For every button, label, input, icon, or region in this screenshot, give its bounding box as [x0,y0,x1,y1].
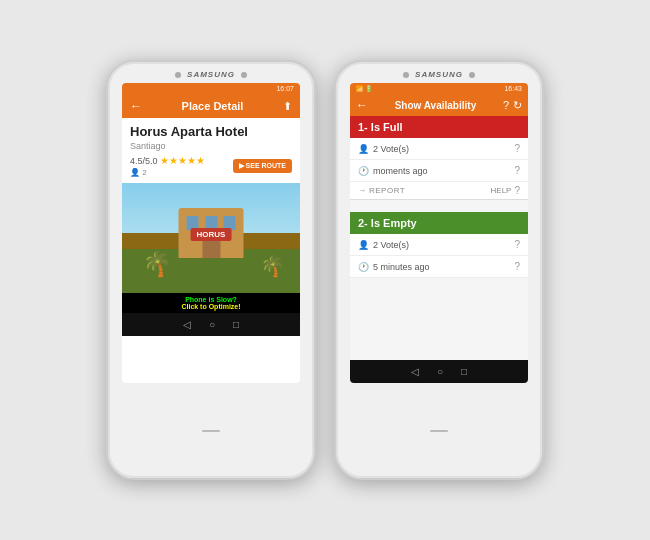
speaker-dot [241,72,247,78]
vote-row-empty: 👤 2 Vote(s) ? [350,234,528,256]
vote-q-empty[interactable]: ? [514,239,520,250]
time-full: moments ago [373,166,428,176]
hotel-rating-row: 4.5/5.0 ★★★★★ 👤 2 ▶ SEE ROUTE [130,155,292,177]
rating-text: 4.5/5.0 ★★★★★ [130,155,205,166]
clock-icon-empty: 🕐 [358,262,369,272]
phone-2-screen: 📶 🔋 16:43 ← Show Availability ? ↻ 1- [350,83,528,383]
nav-bar-2: ◁ ○ □ [350,360,528,383]
section-gap [350,204,528,212]
phone-2: SAMSUNG 📶 🔋 16:43 ← Show Availability ? … [334,60,544,480]
nav-bar-1: ◁ ○ □ [122,313,300,336]
hotel-sign: HORUS [191,228,232,241]
status-bar-1: 16:07 [122,83,300,94]
samsung-logo-2: SAMSUNG [415,70,463,79]
status-left: 📶 🔋 [356,85,372,92]
palm-right: 🌴 [260,254,285,278]
status-right: 16:43 [504,85,522,92]
app-bar-2: ← Show Availability ? ↻ [350,94,528,116]
phones-container: SAMSUNG 16:07 ← Place Detail ⬆ Horus Apa… [106,60,544,480]
time-left-empty: 🕐 5 minutes ago [358,262,430,272]
time-row-empty: 🕐 5 minutes ago ? [350,256,528,278]
ad-bar[interactable]: Phone is Slow? Click to Optimize! [122,293,300,313]
user-icon-full: 👤 [358,144,369,154]
phone-1-top: SAMSUNG [108,62,314,83]
status-time-1: 16:07 [276,85,294,92]
place-detail-title: Place Detail [182,100,244,112]
votes-full: 2 Vote(s) [373,144,409,154]
bottom-bar-line [202,430,220,432]
rating-left: 4.5/5.0 ★★★★★ 👤 2 [130,155,205,177]
time-row-full: 🕐 moments ago ? [350,160,528,182]
report-row: → REPORT HELP ? [350,182,528,200]
phone-1-screen: 16:07 ← Place Detail ⬆ Horus Aparta Hote… [122,83,300,383]
status-bar-2: 📶 🔋 16:43 [350,83,528,94]
status-time-2: 16:43 [504,85,522,92]
phone-2-top: SAMSUNG [336,62,542,83]
door [202,238,220,258]
help-label[interactable]: HELP [491,186,512,195]
camera-icon-2 [403,72,409,78]
back-nav-1[interactable]: ◁ [183,319,191,330]
section-header-empty: 2- Is Empty [350,212,528,234]
palm-left: 🌴 [142,250,172,278]
ad-text-1: Phone is Slow? [128,296,294,303]
availability-title: Show Availability [368,100,503,111]
report-arrow: → [358,186,366,195]
help-q[interactable]: ? [514,185,520,196]
user-icon-empty: 👤 [358,240,369,250]
vote-q-full[interactable]: ? [514,143,520,154]
person-icon: 👤 2 [130,168,205,177]
share-icon-1[interactable]: ⬆ [283,100,292,113]
phone-1: SAMSUNG 16:07 ← Place Detail ⬆ Horus Apa… [106,60,316,480]
section-header-full: 1- Is Full [350,116,528,138]
camera-icon [175,72,181,78]
time-q-full[interactable]: ? [514,165,520,176]
vote-left-empty: 👤 2 Vote(s) [358,240,409,250]
time-left-full: 🕐 moments ago [358,166,428,176]
report-label[interactable]: REPORT [369,186,405,195]
recent-nav-1[interactable]: □ [233,319,239,330]
phone-2-bottom [430,383,448,478]
report-left: → REPORT [358,186,405,195]
phone-1-bottom [202,383,220,478]
section-is-full: 1- Is Full 👤 2 Vote(s) ? 🕐 moments ago [350,116,528,200]
hotel-name: Horus Aparta Hotel [130,124,292,140]
availability-content: 1- Is Full 👤 2 Vote(s) ? 🕐 moments ago [350,116,528,360]
see-route-button[interactable]: ▶ SEE ROUTE [233,159,292,173]
vote-row-full: 👤 2 Vote(s) ? [350,138,528,160]
help-right: HELP ? [491,185,520,196]
back-nav-2[interactable]: ◁ [411,366,419,377]
recent-nav-2[interactable]: □ [461,366,467,377]
hotel-image: HORUS 🌴 🌴 [122,183,300,293]
app-bar-2-icons: ? ↻ [503,99,522,112]
votes-empty: 2 Vote(s) [373,240,409,250]
samsung-logo-1: SAMSUNG [187,70,235,79]
clock-icon-full: 🕐 [358,166,369,176]
status-icons: 📶 🔋 [356,85,372,92]
ad-text-2: Click to Optimize! [128,303,294,310]
back-icon-1[interactable]: ← [130,99,142,113]
app-bar-1: ← Place Detail ⬆ [122,94,300,118]
vote-left-full: 👤 2 Vote(s) [358,144,409,154]
bottom-bar-line-2 [430,430,448,432]
home-nav-2[interactable]: ○ [437,366,443,377]
help-icon[interactable]: ? [503,99,509,112]
speaker-dot-2 [469,72,475,78]
refresh-icon[interactable]: ↻ [513,99,522,112]
home-nav-1[interactable]: ○ [209,319,215,330]
hotel-city: Santiago [130,141,292,151]
time-empty: 5 minutes ago [373,262,430,272]
back-icon-2[interactable]: ← [356,98,368,112]
hotel-info: Horus Aparta Hotel Santiago 4.5/5.0 ★★★★… [122,118,300,183]
time-q-empty[interactable]: ? [514,261,520,272]
section-is-empty: 2- Is Empty 👤 2 Vote(s) ? 🕐 5 minutes ag… [350,212,528,278]
